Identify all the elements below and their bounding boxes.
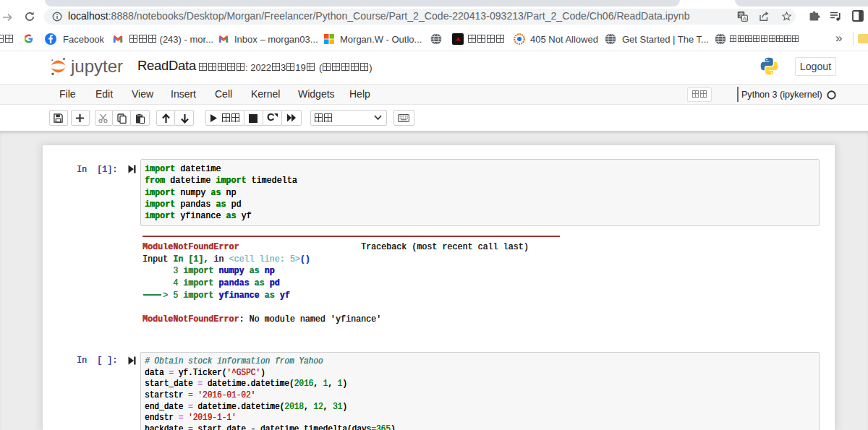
svg-text:A: A — [743, 15, 746, 22]
